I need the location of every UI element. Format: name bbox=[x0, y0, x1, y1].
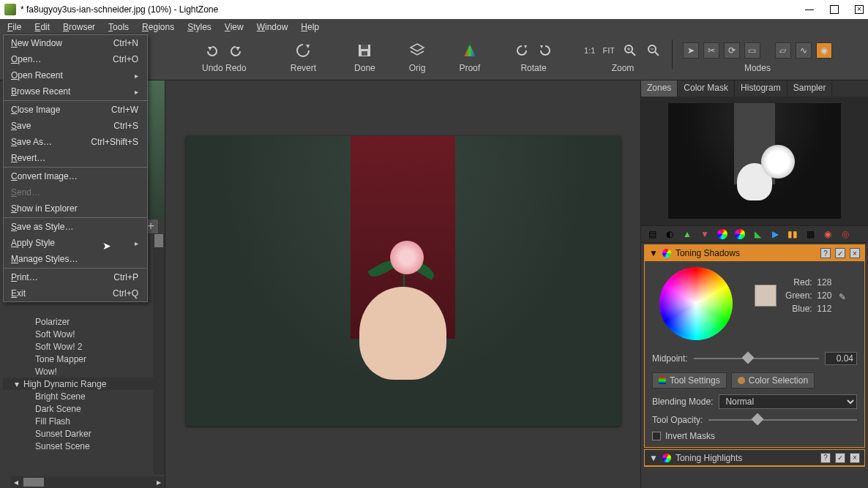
rotate-right-icon[interactable] bbox=[537, 42, 553, 59]
list-item[interactable]: Polarizer bbox=[3, 315, 162, 328]
tab-histogram[interactable]: Histogram bbox=[735, 80, 787, 97]
file-menu-item[interactable]: New WindowCtrl+N bbox=[4, 35, 147, 51]
close-panel-button[interactable]: × bbox=[850, 248, 860, 258]
blur-icon[interactable]: ▼ bbox=[698, 228, 711, 241]
help-button[interactable]: ? bbox=[820, 248, 831, 258]
menu-window[interactable]: Window bbox=[257, 22, 288, 32]
list-item[interactable]: Wow! bbox=[3, 365, 162, 378]
zoom-1to1[interactable]: 1:1 bbox=[584, 46, 595, 55]
sharpen-icon[interactable]: ▲ bbox=[681, 228, 694, 241]
menu-edit[interactable]: Edit bbox=[34, 22, 50, 32]
done-group[interactable]: Done bbox=[354, 40, 375, 73]
help-button[interactable]: ? bbox=[820, 453, 831, 463]
orig-group[interactable]: Orig bbox=[409, 40, 426, 73]
file-menu-item[interactable]: ExitCtrl+Q bbox=[4, 285, 147, 301]
midpoint-slider[interactable] bbox=[694, 358, 819, 359]
menu-tools[interactable]: Tools bbox=[108, 22, 129, 32]
relight-icon[interactable]: ◐ bbox=[663, 228, 676, 241]
curve-mode-icon[interactable]: ∿ bbox=[796, 42, 812, 59]
subtab-tool-settings[interactable]: Tool Settings bbox=[652, 372, 727, 388]
close-window-button[interactable]: × bbox=[855, 5, 864, 14]
file-menu-item[interactable]: Save As…Ctrl+Shift+S bbox=[4, 134, 147, 150]
file-menu-item[interactable]: SaveCtrl+S bbox=[4, 118, 147, 134]
subtab-color-selection[interactable]: Color Selection bbox=[731, 372, 815, 388]
revert-group[interactable]: Revert bbox=[291, 40, 316, 73]
eyedropper-icon[interactable]: ✎ bbox=[839, 292, 846, 302]
toning-shadows-panel: ▼ Toning Shadows ? ✓ × Red: 128 Green: 1… bbox=[644, 244, 865, 448]
crop-mode-icon[interactable]: ✂ bbox=[703, 42, 719, 59]
color-balance-icon[interactable] bbox=[733, 228, 747, 241]
polygon-mode-icon[interactable]: ▱ bbox=[775, 42, 791, 59]
file-menu-item[interactable]: Open Recent bbox=[4, 67, 147, 83]
tool-color-icon bbox=[662, 454, 671, 462]
enable-checkbox[interactable]: ✓ bbox=[835, 453, 845, 463]
tab-color-mask[interactable]: Color Mask bbox=[678, 80, 735, 97]
hue-sat-icon[interactable] bbox=[716, 228, 729, 241]
toning-highlights-header[interactable]: ▼ Toning Highlights ? ✓ × bbox=[645, 450, 864, 466]
region-mode-icon[interactable]: ▭ bbox=[744, 42, 760, 59]
image-canvas[interactable] bbox=[165, 80, 641, 488]
modes-label: Modes bbox=[744, 63, 771, 73]
midpoint-input[interactable] bbox=[825, 352, 857, 365]
file-menu-item[interactable]: Convert Image… bbox=[4, 168, 147, 184]
undo-icon[interactable] bbox=[204, 42, 220, 59]
maximize-button[interactable] bbox=[830, 5, 839, 14]
caret-down-icon: ▾ bbox=[13, 379, 20, 389]
rotate-left-icon[interactable] bbox=[514, 42, 530, 59]
file-menu-item[interactable]: Save as Style… bbox=[4, 219, 147, 235]
noise-reduce-icon[interactable]: ▮▮ bbox=[786, 228, 799, 241]
menu-help[interactable]: Help bbox=[301, 22, 319, 32]
enable-checkbox[interactable]: ✓ bbox=[835, 248, 845, 258]
tab-sampler[interactable]: Sampler bbox=[787, 80, 833, 97]
redo-icon[interactable] bbox=[228, 42, 244, 59]
toning-shadows-header[interactable]: ▼ Toning Shadows ? ✓ × bbox=[645, 245, 864, 261]
close-panel-button[interactable]: × bbox=[850, 453, 860, 463]
file-menu-item[interactable]: Manage Styles… bbox=[4, 251, 147, 267]
list-item[interactable]: Sunset Darker bbox=[3, 427, 162, 440]
list-item[interactable]: Tone Mapper bbox=[3, 353, 162, 365]
file-menu-item[interactable]: Print…Ctrl+P bbox=[4, 269, 147, 285]
minimize-button[interactable] bbox=[805, 10, 814, 10]
spot-icon[interactable]: ◉ bbox=[821, 228, 834, 241]
pointer-mode-icon[interactable]: ➤ bbox=[683, 42, 699, 59]
zoom-fit[interactable]: FIT bbox=[602, 46, 615, 55]
blending-select[interactable]: Normal bbox=[719, 394, 857, 409]
color-wheel[interactable] bbox=[659, 267, 733, 340]
active-mode-icon[interactable]: ◉ bbox=[816, 42, 832, 59]
hscroll-left-button[interactable]: ◂ bbox=[10, 476, 22, 488]
zonemapper-icon[interactable]: ▤ bbox=[646, 228, 659, 241]
list-item[interactable]: Soft Wow! 2 bbox=[3, 340, 162, 353]
style-group-header[interactable]: ▾High Dynamic Range bbox=[3, 378, 162, 390]
file-menu-item[interactable]: Apply Style bbox=[4, 235, 147, 251]
list-item[interactable]: Sunset Scene bbox=[3, 440, 162, 452]
hscroll-right-button[interactable]: ▸ bbox=[153, 476, 165, 488]
file-menu-item[interactable]: Browse Recent bbox=[4, 83, 147, 100]
file-menu-item[interactable]: Show in Explorer bbox=[4, 200, 147, 217]
list-item[interactable]: Bright Scene bbox=[3, 390, 162, 402]
styles-hscrollbar[interactable] bbox=[22, 476, 153, 488]
opacity-slider[interactable] bbox=[708, 419, 857, 421]
menu-styles[interactable]: Styles bbox=[187, 22, 212, 32]
file-menu-item[interactable]: Close ImageCtrl+W bbox=[4, 102, 147, 118]
zoom-out-icon[interactable] bbox=[646, 42, 662, 59]
menu-regions[interactable]: Regions bbox=[142, 22, 174, 32]
invert-masks-checkbox[interactable]: Invert Masks bbox=[652, 431, 857, 441]
list-item[interactable]: Dark Scene bbox=[3, 402, 162, 415]
list-item[interactable]: Soft Wow! bbox=[3, 328, 162, 340]
menu-browser[interactable]: Browser bbox=[63, 22, 95, 32]
tab-zones[interactable]: Zones bbox=[641, 80, 678, 97]
menu-view[interactable]: View bbox=[225, 22, 244, 32]
zoom-in-icon[interactable] bbox=[622, 42, 638, 59]
white-balance-icon[interactable]: ◣ bbox=[751, 228, 764, 241]
list-item[interactable]: Fill Flash bbox=[3, 415, 162, 427]
menu-file[interactable]: File bbox=[7, 22, 21, 32]
file-menu-item[interactable]: Revert… bbox=[4, 150, 147, 166]
file-menu-item[interactable]: Open…Ctrl+O bbox=[4, 51, 147, 67]
proof-icon bbox=[462, 42, 478, 59]
right-panel: Zones Color Mask Histogram Sampler ▤ ◐ ▲… bbox=[641, 80, 868, 488]
black-white-icon[interactable]: ▶ bbox=[768, 228, 782, 241]
clone-icon[interactable]: ▦ bbox=[804, 228, 817, 241]
redeye-icon[interactable]: ◎ bbox=[839, 228, 852, 241]
proof-group[interactable]: Proof bbox=[459, 40, 480, 73]
rotate-mode-icon[interactable]: ⟳ bbox=[724, 42, 740, 59]
